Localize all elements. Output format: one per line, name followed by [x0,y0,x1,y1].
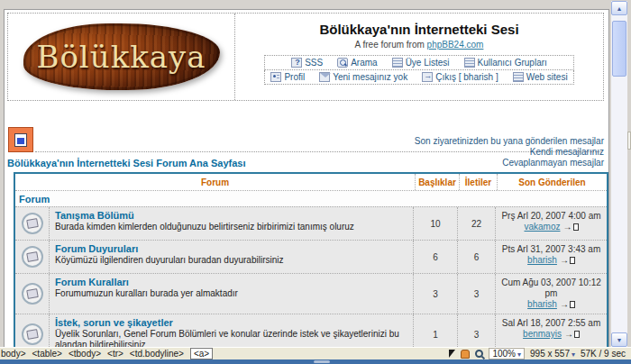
panel-splitter-grip[interactable] [627,132,631,150]
table-row: Forum Kuralları Forumumuzun kuralları bu… [15,273,607,314]
goto-lastpost-arrow-icon[interactable]: → [560,299,569,309]
dreamweaver-design-view: Bölükkaya Bölükkaya'nın İnternetteki Ses… [0,0,631,364]
chevron-down-icon: ▾ [517,350,521,359]
lastpost-date: Sal Arl 18, 2007 2:55 am [502,318,601,328]
goto-lastpost-arrow-icon[interactable]: → [560,255,569,265]
nav-row-2: Profil Yeni mesajınız yok Çıkış [ bharis… [264,70,573,85]
tag-a-selected[interactable]: <a> [190,348,213,359]
lastpost-cell: Sal Arl 18, 2007 2:55 am benmayis→ [495,314,607,347]
forum-link[interactable]: İstek, sorun ve şikayetler [55,317,407,328]
forum-link[interactable]: Forum Kuralları [55,277,407,287]
table-row: İstek, sorun ve şikayetler Üyelik Sorunl… [15,314,607,347]
lastpost-user-link[interactable]: vakamoz [524,222,560,232]
link-unanswered-posts[interactable]: Cevaplanmayan mesajlar [415,158,604,168]
folder-icon [22,323,43,345]
forum-link[interactable]: Tanışma Bölümü [55,210,407,221]
panel-collapse-grip[interactable] [314,360,330,363]
window-size-value: 995 x 557 [530,349,570,359]
nav-faq[interactable]: SSS [291,58,323,68]
nav-search[interactable]: Arama [337,58,377,68]
missing-image-placeholder[interactable] [8,127,33,152]
site-logo[interactable]: Bölükkaya [23,23,220,90]
column-header-forum: Forum [15,174,415,190]
lastpost-user-link[interactable]: benmayis [523,329,562,339]
vertical-scrollbar[interactable]: ▲ ▼ [611,1,627,347]
nav-search-label: Arama [351,58,377,68]
chevron-down-icon: ▾ [572,350,575,359]
lastpost-cell: Prş Arl 20, 2007 4:00 am vakamoz→ [495,207,607,240]
forum-link[interactable]: Forum Duyuruları [55,243,407,254]
nav-profile[interactable]: Profil [270,72,305,82]
forum-description: Burada kimden kimlerden olduğunuzu belir… [55,222,407,232]
site-title: Bölükkaya'nın İnternetteki Sesi [235,22,603,37]
site-header: Bölükkaya'nın İnternetteki Sesi A free f… [235,14,603,100]
lastpost-date: Pts Arl 31, 2007 3:43 am [502,244,601,254]
subtitle-prefix: A free forum from [355,40,427,50]
icon-cell [15,207,49,240]
topics-count: 10 [413,207,457,240]
tag-table[interactable]: <table> [32,349,62,359]
column-header-posts: İletiler [459,174,497,190]
nav-logout[interactable]: Çıkış [ bharish ] [422,72,498,82]
column-header-lastpost: Son Gönderilen [497,174,607,190]
table-row: Forum Duyuruları Köyümüzü ilgilendiren d… [15,240,607,273]
phpbb24-link[interactable]: phpBB24.com [427,40,484,50]
topics-count: 1 [413,314,457,347]
forum-table-header: Forum Başlıklar İletiler Son Gönderilen [15,174,607,190]
scrollbar-thumb[interactable] [612,21,626,77]
forum-cell: Tanışma Bölümü Burada kimden kimlerden o… [49,207,413,240]
forum-description: Köyümüzü ilgilendiren duyuruları buradan… [55,255,407,266]
link-own-posts[interactable]: Kendi mesajlarınız [415,147,604,158]
window-size-dropdown[interactable]: 995 x 557▾ [530,349,575,359]
nav-usergroups-label: Kullanıcı Grupları [478,58,547,68]
goto-lastpost-arrow-icon[interactable]: → [563,222,572,232]
tag-td-bodyline[interactable]: <td.bodyline> [130,349,184,359]
icon-cell [15,314,49,347]
forum-index-link[interactable]: Bölükkaya'nın İnternetteki Sesi Forum An… [7,158,245,168]
goto-lastpost-page-icon[interactable] [570,257,575,264]
nav-messages[interactable]: Yeni mesajınız yok [319,72,407,82]
lastpost-user-link[interactable]: bharish [527,255,557,265]
nav-row-1: SSS Arama Üye Listesi Kullanıcı Grupları [264,55,573,70]
folder-icon [22,283,43,305]
tag-selector: body> <table> <tbody> <tr> <td.bodyline>… [0,348,213,359]
messages-icon [319,72,330,82]
statusbar-tools: 100%▾ 995 x 557▾ 57K / 9 sec [449,348,631,359]
magnification-dropdown[interactable]: 100%▾ [489,348,525,359]
goto-lastpost-page-icon[interactable] [570,301,575,308]
logout-icon [422,72,433,82]
broken-image-icon [14,133,27,147]
forum-cell: Forum Duyuruları Köyümüzü ilgilendiren d… [49,241,413,273]
hand-tool-icon[interactable] [461,350,470,359]
lastpost-cell: Pts Arl 31, 2007 3:43 am bharish→ [495,241,607,273]
lastpost-date: Prş Arl 20, 2007 4:00 am [501,211,600,221]
tag-body[interactable]: body> [1,349,26,359]
goto-lastpost-page-icon[interactable] [574,331,580,338]
goto-lastpost-page-icon[interactable] [573,223,579,231]
nav-website[interactable]: Web sitesi [513,72,568,82]
search-icon [337,58,348,68]
posts-count: 3 [457,314,495,347]
profile-icon [270,72,281,82]
posts-count: 3 [457,274,495,314]
tag-tbody[interactable]: <tbody> [69,349,101,359]
memberlist-icon [392,58,403,68]
posts-count: 22 [457,207,495,240]
nav-links: SSS Arama Üye Listesi Kullanıcı Grupları… [264,55,573,85]
folder-icon [22,246,43,268]
goto-lastpost-arrow-icon[interactable]: → [564,329,573,339]
nav-usergroups[interactable]: Kullanıcı Grupları [464,58,547,68]
nav-memberlist-label: Üye Listesi [406,58,450,68]
lastpost-user-link[interactable]: bharish [527,299,557,309]
topics-count: 3 [413,274,457,314]
category-link[interactable]: Forum [15,191,607,206]
tag-tr[interactable]: <tr> [107,349,123,359]
scroll-up-button[interactable]: ▲ [611,1,627,15]
zoom-tool-icon[interactable] [475,350,483,358]
forum-table: Forum Başlıklar İletiler Son Gönderilen … [14,172,608,347]
link-new-posts[interactable]: Son ziyaretinizden bu yana gönderilen me… [415,136,604,147]
select-tool-icon[interactable] [449,350,455,358]
status-bar: body> <table> <tbody> <tr> <td.bodyline>… [0,347,631,359]
scroll-down-button[interactable]: ▼ [611,332,627,347]
nav-memberlist[interactable]: Üye Listesi [392,58,450,68]
